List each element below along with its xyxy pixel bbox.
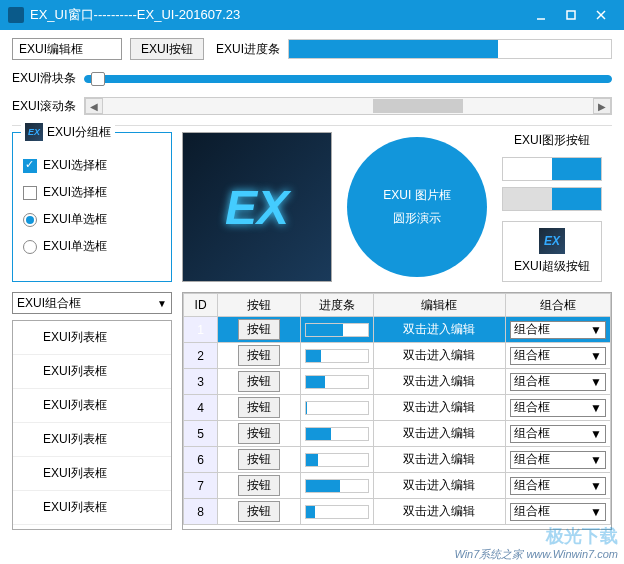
scroll-right-icon[interactable]: ▶ [593, 98, 611, 114]
checkbox-icon[interactable] [23, 186, 37, 200]
table-row[interactable]: 4按钮双击进入编辑组合框▼ [184, 395, 611, 421]
scrollbar[interactable]: ◀ ▶ [84, 97, 612, 115]
row-edit[interactable]: 双击进入编辑 [374, 395, 506, 421]
row-progress [305, 479, 369, 493]
row-button[interactable]: 按钮 [238, 423, 280, 444]
row-progress [305, 375, 369, 389]
chevron-down-icon: ▼ [590, 427, 602, 441]
progress-bar [288, 39, 612, 59]
list-item[interactable]: EXUI列表框 [13, 525, 171, 530]
checkbox-icon[interactable] [23, 159, 37, 173]
graphic-button-2[interactable] [502, 187, 602, 211]
super-button[interactable]: EX EXUI超级按钮 [502, 221, 602, 282]
edit-box[interactable] [12, 38, 122, 60]
row-edit[interactable]: 双击进入编辑 [374, 317, 506, 343]
graphic-button-1[interactable] [502, 157, 602, 181]
list-item[interactable]: EXUI列表框 [13, 389, 171, 423]
row-progress [305, 453, 369, 467]
row-button[interactable]: 按钮 [238, 345, 280, 366]
scroll-track[interactable] [103, 98, 593, 114]
cell-id: 8 [184, 499, 218, 525]
cell-id: 2 [184, 343, 218, 369]
row-edit[interactable]: 双击进入编辑 [374, 499, 506, 525]
row-combo[interactable]: 组合框▼ [510, 373, 606, 391]
image-box: EX [182, 132, 332, 282]
chevron-down-icon: ▼ [590, 453, 602, 467]
group-item[interactable]: EXUI单选框 [23, 238, 161, 255]
list-item[interactable]: EXUI列表框 [13, 491, 171, 525]
row-combo[interactable]: 组合框▼ [510, 451, 606, 469]
chevron-down-icon: ▼ [157, 298, 167, 309]
chevron-down-icon: ▼ [590, 349, 602, 363]
row-edit[interactable]: 双击进入编辑 [374, 421, 506, 447]
app-icon [8, 7, 24, 23]
data-table: ID按钮进度条编辑框组合框1按钮双击进入编辑组合框▼2按钮双击进入编辑组合框▼3… [182, 292, 612, 530]
row-edit[interactable]: 双击进入编辑 [374, 369, 506, 395]
table-header[interactable]: ID [184, 294, 218, 317]
item-label: EXUI单选框 [43, 238, 107, 255]
group-item[interactable]: EXUI单选框 [23, 211, 161, 228]
table-row[interactable]: 1按钮双击进入编辑组合框▼ [184, 317, 611, 343]
row-button[interactable]: 按钮 [238, 371, 280, 392]
table-header[interactable]: 进度条 [300, 294, 373, 317]
row-combo[interactable]: 组合框▼ [510, 347, 606, 365]
row-button[interactable]: 按钮 [238, 449, 280, 470]
table-header[interactable]: 编辑框 [374, 294, 506, 317]
combo-label: EXUI组合框 [17, 295, 81, 312]
row-button[interactable]: 按钮 [238, 475, 280, 496]
titlebar: EX_UI窗口----------EX_UI-201607.23 [0, 0, 624, 30]
row-combo[interactable]: 组合框▼ [510, 321, 606, 339]
table-row[interactable]: 2按钮双击进入编辑组合框▼ [184, 343, 611, 369]
table-header[interactable]: 按钮 [218, 294, 301, 317]
ex-logo-large-icon: EX [225, 180, 289, 235]
table-row[interactable]: 6按钮双击进入编辑组合框▼ [184, 447, 611, 473]
row-edit[interactable]: 双击进入编辑 [374, 473, 506, 499]
list-item[interactable]: EXUI列表框 [13, 321, 171, 355]
row-combo[interactable]: 组合框▼ [510, 425, 606, 443]
list-item[interactable]: EXUI列表框 [13, 355, 171, 389]
slider-thumb[interactable] [91, 72, 105, 86]
cell-id: 7 [184, 473, 218, 499]
listbox[interactable]: EXUI列表框EXUI列表框EXUI列表框EXUI列表框EXUI列表框EXUI列… [12, 320, 172, 530]
row-progress [305, 323, 369, 337]
item-label: EXUI单选框 [43, 211, 107, 228]
close-button[interactable] [586, 0, 616, 30]
slider[interactable] [84, 75, 612, 83]
scroll-left-icon[interactable]: ◀ [85, 98, 103, 114]
row-edit[interactable]: 双击进入编辑 [374, 343, 506, 369]
group-item[interactable]: EXUI选择框 [23, 184, 161, 201]
row-combo[interactable]: 组合框▼ [510, 399, 606, 417]
scroll-thumb[interactable] [373, 99, 463, 113]
ex-logo-icon: EX [25, 123, 43, 141]
group-item[interactable]: EXUI选择框 [23, 157, 161, 174]
item-label: EXUI选择框 [43, 157, 107, 174]
groupbox-title: EXUI分组框 [47, 124, 111, 141]
exui-button[interactable]: EXUI按钮 [130, 38, 204, 60]
row-combo[interactable]: 组合框▼ [510, 477, 606, 495]
row-edit[interactable]: 双击进入编辑 [374, 447, 506, 473]
groupbox: EX EXUI分组框 EXUI选择框EXUI选择框EXUI单选框EXUI单选框 [12, 132, 172, 282]
row-button[interactable]: 按钮 [238, 397, 280, 418]
radio-icon[interactable] [23, 213, 37, 227]
cell-id: 5 [184, 421, 218, 447]
minimize-button[interactable] [526, 0, 556, 30]
maximize-button[interactable] [556, 0, 586, 30]
list-item[interactable]: EXUI列表框 [13, 457, 171, 491]
table-header[interactable]: 组合框 [505, 294, 610, 317]
table-row[interactable]: 7按钮双击进入编辑组合框▼ [184, 473, 611, 499]
row-button[interactable]: 按钮 [238, 319, 280, 340]
table-row[interactable]: 5按钮双击进入编辑组合框▼ [184, 421, 611, 447]
row-combo[interactable]: 组合框▼ [510, 503, 606, 521]
item-label: EXUI选择框 [43, 184, 107, 201]
combobox[interactable]: EXUI组合框 ▼ [12, 292, 172, 314]
list-item[interactable]: EXUI列表框 [13, 423, 171, 457]
table-row[interactable]: 8按钮双击进入编辑组合框▼ [184, 499, 611, 525]
groupbox-legend: EX EXUI分组框 [21, 123, 115, 141]
table-row[interactable]: 3按钮双击进入编辑组合框▼ [184, 369, 611, 395]
graphic-button-label: EXUI图形按钮 [502, 132, 602, 149]
row-button[interactable]: 按钮 [238, 501, 280, 522]
circle-container: EXUI 图片框 圆形演示 [342, 132, 492, 282]
svg-rect-1 [567, 11, 575, 19]
radio-icon[interactable] [23, 240, 37, 254]
scrollbar-label: EXUI滚动条 [12, 98, 76, 115]
